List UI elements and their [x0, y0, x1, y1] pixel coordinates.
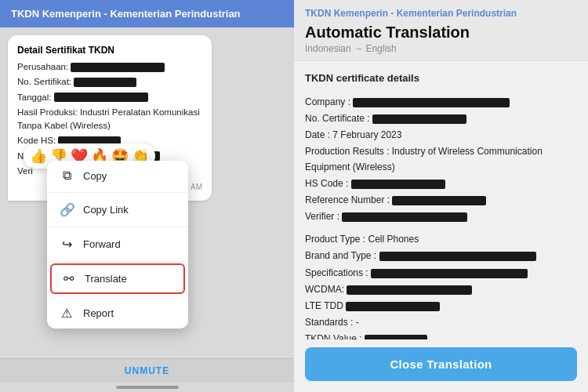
- menu-report[interactable]: ⚠ Report: [47, 298, 188, 328]
- translation-subtitle: Indonesian → English: [305, 43, 577, 54]
- msg-tanggal: Tanggal:: [17, 91, 202, 104]
- menu-copy-label: Copy: [83, 170, 107, 182]
- menu-forward[interactable]: ↪ Forward: [47, 229, 188, 260]
- t-wcdma: WCDMA:: [305, 282, 577, 297]
- menu-translate[interactable]: ⚯ Translate: [50, 263, 185, 294]
- chat-body: Detail Sertifikat TKDN Perusahaan: No. S…: [0, 27, 294, 358]
- chat-footer[interactable]: UNMUTE: [0, 358, 294, 383]
- translate-icon: ⚯: [61, 271, 75, 286]
- t-date: Date : 7 February 2023: [305, 128, 577, 143]
- t-no-certificate: No. Certificate :: [305, 111, 577, 126]
- emoji-thumbs-up[interactable]: 👍: [30, 147, 47, 165]
- section-title: TKDN certificate details: [305, 71, 577, 87]
- report-icon: ⚠: [60, 306, 74, 321]
- t-reference: Reference Number :: [305, 193, 577, 208]
- t-company: Company :: [305, 95, 577, 110]
- t-hs-code: HS Code :: [305, 176, 577, 191]
- close-translation-button[interactable]: Close Translation: [305, 347, 577, 381]
- msg-hasil-produksi: Hasil Produksi: Industri Peralatan Komun…: [17, 106, 202, 133]
- translation-header: TKDN Kemenperin - Kementerian Perindustr…: [294, 0, 588, 61]
- left-panel: TKDN Kemenperin - Kementerian Perindustr…: [0, 0, 294, 392]
- menu-copy[interactable]: ⧉ Copy: [47, 161, 188, 191]
- menu-report-label: Report: [83, 307, 114, 319]
- msg-company: Perusahaan:: [17, 60, 202, 74]
- t-lte: LTE TDD: [305, 299, 577, 314]
- t-tkdn-value: TKDN Value :: [305, 332, 577, 339]
- menu-copy-link-label: Copy Link: [83, 204, 129, 216]
- menu-divider-3: [47, 261, 188, 262]
- t-product-type: Product Type : Cell Phones: [305, 232, 577, 247]
- context-menu: ⧉ Copy 🔗 Copy Link ↪ Forward ⚯ Translate…: [47, 161, 188, 328]
- menu-forward-label: Forward: [83, 238, 121, 250]
- right-panel: TKDN Kemenperin - Kementerian Perindustr…: [294, 0, 588, 392]
- menu-divider-4: [47, 296, 188, 296]
- t-brand: Brand and Type :: [305, 249, 577, 263]
- forward-icon: ↪: [60, 237, 74, 252]
- menu-divider-1: [47, 192, 188, 193]
- left-header-title: TKDN Kemenperin - Kementerian Perindustr…: [11, 8, 241, 20]
- t-standards: Standards : -: [305, 315, 577, 330]
- t-production: Production Results : Industry of Wireles…: [305, 144, 577, 174]
- translation-body: TKDN certificate details Company : No. C…: [294, 61, 588, 339]
- unmute-label: UNMUTE: [125, 365, 169, 376]
- copy-icon: ⧉: [60, 169, 74, 183]
- menu-translate-label: Translate: [85, 273, 127, 285]
- msg-no-sertifikat: No. Sertifikat:: [17, 75, 202, 89]
- link-icon: 🔗: [60, 202, 74, 217]
- right-app-title: TKDN Kemenperin - Kementerian Perindustr…: [305, 8, 577, 19]
- menu-divider-2: [47, 227, 188, 227]
- bottom-bar: [116, 386, 179, 389]
- translation-footer: Close Translation: [294, 339, 588, 392]
- msg-title: Detail Sertifikat TKDN: [17, 43, 202, 57]
- translation-title: Automatic Translation: [305, 24, 577, 42]
- left-chat-header: TKDN Kemenperin - Kementerian Perindustr…: [0, 0, 294, 27]
- t-verifier: Verifier :: [305, 209, 577, 224]
- t-specs: Specifications :: [305, 266, 577, 281]
- menu-copy-link[interactable]: 🔗 Copy Link: [47, 194, 188, 225]
